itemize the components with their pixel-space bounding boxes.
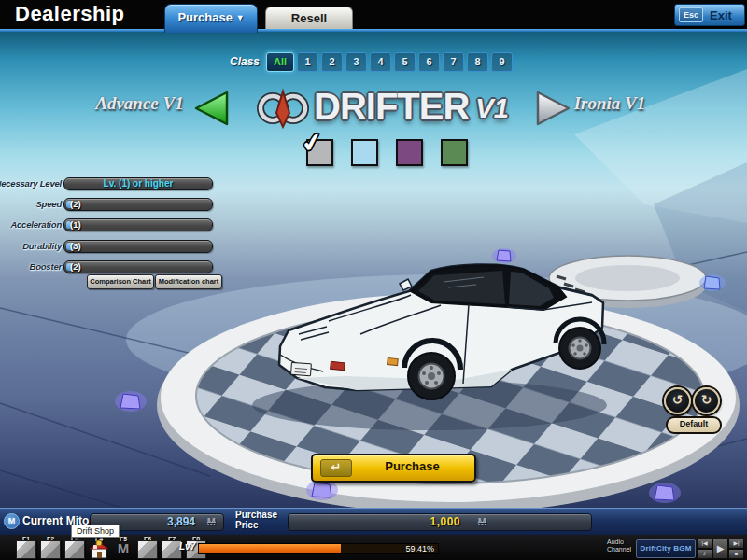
paint-swatches: ✔: [306, 139, 468, 166]
side-marker: [388, 357, 399, 365]
durability-row: Durability (3): [0, 240, 224, 253]
booster-bar: (2): [63, 260, 213, 273]
class-button-7[interactable]: 7: [443, 52, 464, 72]
comparison-chart-button[interactable]: Comparison Chart: [87, 274, 154, 289]
modification-chart-button[interactable]: Modification chart: [155, 274, 222, 289]
mito-m-icon[interactable]: M: [112, 539, 134, 558]
purchase-price-display: 1,000 M: [288, 513, 592, 531]
purchase-price-label: Purchase Price: [235, 510, 277, 530]
xp-fill: [199, 544, 341, 553]
rear-wheel: [559, 328, 600, 369]
class-button-6[interactable]: 6: [418, 52, 440, 72]
acceleration-bar: (1): [63, 218, 213, 231]
rotate-cw-icon: ↻: [701, 392, 712, 407]
tab-resell[interactable]: Resell: [265, 7, 353, 30]
mito-coin-icon: M: [4, 513, 20, 529]
play-button[interactable]: ▶: [712, 539, 728, 559]
audio-note-button[interactable]: ♪: [697, 549, 712, 559]
next-model-name: Ironia V1: [558, 93, 661, 114]
enter-key-icon: ↵: [320, 459, 352, 477]
next-track-button[interactable]: ▶|: [728, 539, 744, 549]
drift-shop-icon[interactable]: [88, 539, 110, 558]
xp-percent: 59.41%: [405, 544, 434, 553]
chevron-down-icon: ▼: [236, 13, 245, 22]
acceleration-row: Acceleration (1): [0, 218, 224, 231]
taskbar-cube-icon-3[interactable]: [63, 539, 86, 558]
stop-button[interactable]: ■: [728, 549, 744, 559]
mito-currency-icon: M: [207, 516, 216, 527]
taskbar-cube-icon-1[interactable]: [15, 539, 37, 558]
esc-key-badge: Esc: [679, 7, 703, 22]
purchase-button[interactable]: ↵ Purchase: [311, 454, 476, 483]
exit-button[interactable]: Esc Exit: [674, 4, 745, 26]
durability-bar: (3): [63, 240, 213, 253]
class-button-4[interactable]: 4: [370, 52, 391, 72]
rotate-ccw-icon: ↺: [672, 392, 684, 407]
class-button-8[interactable]: 8: [467, 52, 488, 72]
class-selector: All 1 2 3 4 5 6 7 8 9: [266, 52, 513, 72]
rotate-left-button[interactable]: ↺: [664, 387, 691, 414]
model-name: DRIFTER: [314, 86, 469, 127]
current-model-title: DRIFTER V1: [314, 86, 538, 127]
default-view-button[interactable]: Default: [666, 416, 722, 434]
paint-swatch-green[interactable]: [441, 139, 468, 166]
model-version: V1: [475, 93, 508, 124]
front-wheel: [408, 353, 455, 399]
tab-purchase[interactable]: Purchase ▼: [164, 4, 258, 33]
paint-swatch-purple[interactable]: [396, 139, 423, 166]
manufacturer-logo-icon: [254, 87, 312, 130]
dealership-screen: Dealership Purchase ▼ Resell Esc Exit Cl…: [0, 0, 747, 560]
necessary-level-row: Necessary Level Lv. (1) or higher: [0, 177, 224, 190]
price-amount: 1,000: [430, 515, 460, 528]
class-label: Class: [230, 55, 260, 68]
paint-swatch-sky-blue[interactable]: [351, 139, 378, 166]
prev-car-arrow[interactable]: [192, 90, 230, 127]
rotate-right-button[interactable]: ↻: [693, 387, 720, 414]
taskbar-cube-icon-4[interactable]: [136, 539, 159, 558]
drift-shop-tooltip: Drift Shop: [71, 525, 120, 538]
speed-row: Speed (2): [0, 198, 224, 211]
front-indicator: [331, 361, 345, 371]
booster-row: Booster (2): [0, 260, 224, 273]
audio-channel-label: Audio Channel: [607, 539, 631, 553]
class-button-3[interactable]: 3: [345, 52, 367, 72]
necessary-level-value: Lv. (1) or higher: [64, 178, 212, 189]
paint-swatch-silver[interactable]: ✔: [306, 139, 333, 166]
class-button-1[interactable]: 1: [297, 52, 318, 72]
price-currency-icon: M: [478, 516, 486, 527]
class-button-9[interactable]: 9: [491, 52, 513, 72]
class-button-5[interactable]: 5: [394, 52, 416, 72]
necessary-level-label: Necessary Level: [0, 177, 62, 189]
speed-bar: (2): [63, 198, 213, 211]
header-divider: [0, 29, 747, 32]
class-button-2[interactable]: 2: [321, 52, 343, 72]
mito-amount: 3,894: [167, 515, 195, 528]
prev-model-name: Advance V1: [86, 93, 193, 114]
prev-track-button[interactable]: |◀: [697, 539, 712, 549]
class-button-all[interactable]: All: [266, 52, 294, 72]
next-car-arrow[interactable]: [535, 90, 572, 127]
necessary-level-bar: Lv. (1) or higher: [63, 177, 213, 190]
taskbar-cube-icon-2[interactable]: [39, 539, 62, 558]
page-title: Dealership: [15, 2, 125, 26]
bgm-display: DriftCity BGM: [636, 539, 696, 558]
xp-bar: 59.41%: [198, 543, 439, 554]
level-label: Lv7: [179, 541, 195, 552]
